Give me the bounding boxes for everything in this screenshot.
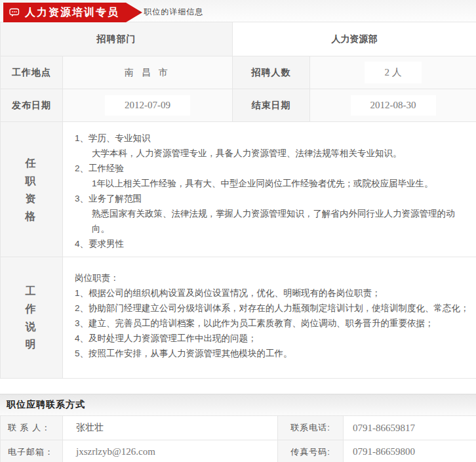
banner-subtitle: - 职位的详细信息 [138,7,203,18]
table-row: 任职资格 1、学历、专业知识 大学本科，人力资源管理专业，具备人力资源管理、法律… [1,122,476,257]
qualification-content: 1、学历、专业知识 大学本科，人力资源管理专业，具备人力资源管理、法律法规等相关… [63,122,476,257]
headcount-value: 2 人 [365,62,421,83]
email-value: jxszrlzyb@126.com [63,440,278,462]
list-line: 1年以上相关工作经验，具有大、中型企业同岗位工作经验者优先；或院校应届毕业生。 [75,176,471,191]
section-gap [0,379,476,394]
headcount-label: 招聘人数 [233,56,310,89]
list-line: 1、学历、专业知识 [75,131,471,146]
headcount-value-cell: 2 人 [310,56,476,89]
recruit-dept-label: 招聘部门 [1,22,233,56]
contact-person-value: 张壮壮 [63,416,278,440]
description-label: 工作说明 [20,282,43,353]
end-date-label: 结束日期 [233,89,310,122]
description-content: 岗位职责： 1、根据公司的组织机构设置及岗位设置情况，优化、明晰现有的各岗位职责… [63,257,476,379]
list-line: 大学本科，人力资源管理专业，具备人力资源管理、法律法规等相关专业知识。 [75,146,471,161]
fax-value: 0791-86659800 [344,440,476,462]
table-row: 招聘部门 人力资源部 [1,22,476,56]
list-line: 岗位职责： [75,270,471,285]
job-detail-table: 招聘部门 人力资源部 工作地点 南 昌 市 招聘人数 2 人 发布日期 2012… [0,22,476,379]
list-line: 3、业务了解范围 [75,191,471,206]
job-title-ribbon: 人力资源培训专员 [3,3,126,22]
list-line: 熟悉国家有关政策、法律法规，掌握人力资源管理知识，了解省内外同行业人力资源管理的… [75,206,471,236]
list-line: 3、建立、完善员工的培训档案，以此作为员工素质教育、岗位调动、职务晋升的重要依据… [75,316,471,331]
description-label-cell: 工作说明 [1,257,63,379]
location-value: 南 昌 市 [63,56,233,89]
contact-section-title: 职位应聘联系方式 [7,399,85,411]
end-date-cell: 2012-08-30 [310,89,476,122]
phone-value: 0791-86659817 [344,416,476,440]
publish-date-cell: 2012-07-09 [63,89,233,122]
contact-person-label: 联 系 人： [1,416,63,440]
fax-label: 传真号码: [278,440,344,462]
recruit-dept-value: 人力资源部 [233,22,476,56]
end-date-value: 2012-08-30 [351,95,436,116]
qualification-label-cell: 任职资格 [1,122,63,257]
contact-section-header: 职位应聘联系方式 [0,394,476,415]
table-row: 工作说明 岗位职责： 1、根据公司的组织机构设置及岗位设置情况，优化、明晰现有的… [1,257,476,379]
job-title: 人力资源培训专员 [25,6,119,20]
table-row: 工作地点 南 昌 市 招聘人数 2 人 [1,56,476,89]
list-line: 2、协助部门经理建立公司分级培训体系，对存在的人力瓶颈制定培训计划，使培训制度化… [75,301,471,316]
qualification-label: 任职资格 [20,154,43,225]
table-row: 联 系 人： 张壮壮 联系电话: 0791-86659817 [1,416,476,440]
list-line: 1、根据公司的组织机构设置及岗位设置情况，优化、明晰现有的各岗位职责； [75,285,471,301]
list-line: 5、按照工作安排，从事人力资源管理其他模块的工作。 [75,346,471,361]
publish-date-label: 发布日期 [1,89,63,122]
phone-label: 联系电话: [278,416,344,440]
list-line: 4、要求男性 [75,236,471,251]
contact-table: 联 系 人： 张壮壮 联系电话: 0791-86659817 电子邮箱： jxs… [0,415,476,462]
speech-bubble-icon [9,8,20,18]
table-row: 电子邮箱： jxszrlzyb@126.com 传真号码: 0791-86659… [1,440,476,462]
table-row: 发布日期 2012-07-09 结束日期 2012-08-30 [1,89,476,122]
page-header: 人力资源培训专员 - 职位的详细信息 [0,0,476,22]
list-line: 2、工作经验 [75,161,471,176]
publish-date-value: 2012-07-09 [105,95,190,116]
location-label: 工作地点 [1,56,63,89]
list-line: 4、及时处理人力资源管理工作中出现的问题； [75,331,471,346]
email-label: 电子邮箱： [1,440,63,462]
